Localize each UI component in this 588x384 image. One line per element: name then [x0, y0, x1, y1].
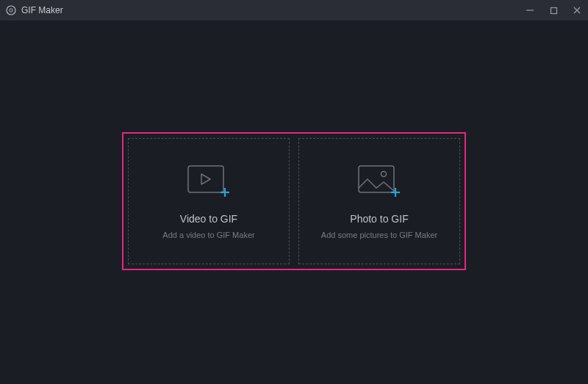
minimize-button[interactable] [525, 5, 535, 15]
svg-rect-3 [551, 7, 556, 13]
svg-marker-7 [201, 174, 210, 184]
video-icon [184, 163, 234, 201]
svg-point-11 [381, 171, 387, 176]
window-controls [525, 5, 582, 15]
video-option-subtitle: Add a video to GIF Maker [162, 231, 254, 239]
app-logo-icon [6, 5, 16, 15]
photo-to-gif-card[interactable]: Photo to GIF Add some pictures to GIF Ma… [298, 138, 460, 264]
svg-point-1 [10, 9, 12, 12]
photo-option-title: Photo to GIF [350, 213, 408, 225]
app-title: GIF Maker [21, 5, 63, 15]
option-container: Video to GIF Add a video to GIF Maker Ph… [122, 132, 466, 270]
video-to-gif-card[interactable]: Video to GIF Add a video to GIF Maker [128, 138, 290, 264]
photo-icon [354, 163, 404, 201]
video-option-title: Video to GIF [180, 213, 237, 225]
svg-point-0 [7, 6, 15, 15]
close-button[interactable] [572, 5, 582, 15]
titlebar: GIF Maker [0, 0, 588, 21]
svg-rect-6 [188, 166, 223, 192]
content-area: Video to GIF Add a video to GIF Maker Ph… [0, 21, 588, 384]
titlebar-left: GIF Maker [6, 5, 63, 15]
photo-option-subtitle: Add some pictures to GIF Maker [321, 231, 437, 239]
maximize-button[interactable] [548, 5, 559, 15]
